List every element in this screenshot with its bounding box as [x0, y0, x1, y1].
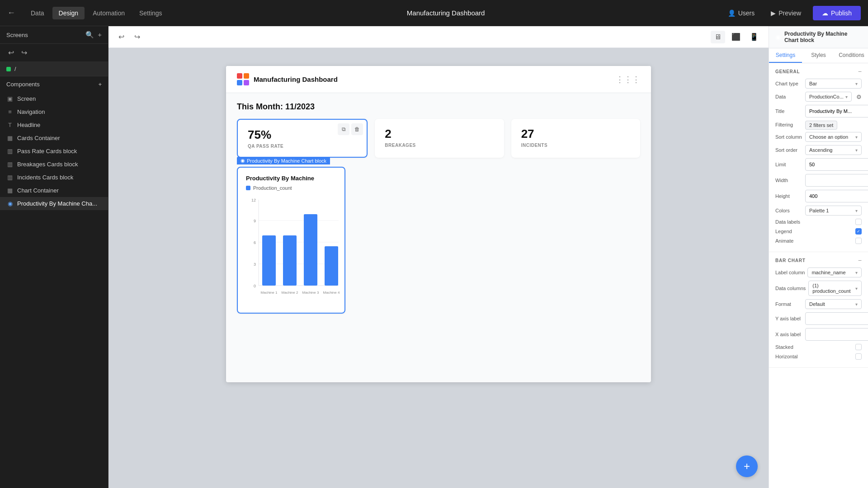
sort-column-label: Sort column	[775, 134, 802, 140]
tab-design[interactable]: Design	[52, 7, 85, 19]
incidents-value: 27	[521, 127, 630, 141]
canvas-redo-button[interactable]: ↪	[132, 31, 143, 43]
tab-data[interactable]: Data	[24, 7, 51, 19]
limit-input[interactable]	[806, 160, 868, 169]
format-dropdown[interactable]: Default ▾	[805, 299, 862, 309]
bar-chart-label: BAR CHART	[775, 258, 806, 263]
back-button[interactable]: ←	[7, 8, 15, 18]
component-item-cards-container[interactable]: ▦ Cards Container	[0, 131, 108, 145]
chart-type-label: Chart type	[775, 81, 802, 86]
data-dropdown[interactable]: ProductionCo... ▾	[805, 92, 852, 102]
y-axis-input[interactable]	[806, 314, 868, 323]
data-columns-control: (1) production_count ▾	[808, 281, 862, 296]
stat-card-pass-rate[interactable]: 75% QA PASS RATE ⧉ 🗑	[237, 119, 368, 158]
delete-card-button[interactable]: 🗑	[351, 123, 363, 135]
x-axis-control: ⚡	[805, 328, 868, 341]
add-screen-icon[interactable]: +	[98, 31, 102, 39]
component-item-headline[interactable]: T Headline	[0, 118, 108, 131]
component-item-navigation[interactable]: ≡ Navigation	[0, 105, 108, 118]
chart-legend: Production_count	[246, 185, 336, 191]
x-axis-input[interactable]	[806, 330, 868, 339]
chevron-down-icon: ▾	[855, 302, 858, 307]
limit-control: ▲▼	[805, 158, 868, 171]
users-button[interactable]: 👤 Users	[723, 7, 760, 19]
pass-rate-label: QA PASS RATE	[248, 144, 357, 149]
chart-title: Productivity By Machine	[246, 175, 336, 182]
component-item-screen[interactable]: ▣ Screen	[0, 92, 108, 105]
stat-card-incidents[interactable]: 27 INCIDENTS	[511, 119, 640, 158]
component-item-chart-container[interactable]: ▦ Chart Container	[0, 184, 108, 197]
sort-column-field: Sort column Choose an option ▾	[775, 132, 862, 142]
general-section-header: GENERAL −	[775, 68, 862, 75]
label-column-control: machine_name ▾	[807, 267, 862, 277]
chart-type-dropdown[interactable]: Bar ▾	[805, 79, 862, 89]
legend-label: Production_count	[253, 185, 292, 191]
fab-add-button[interactable]: +	[736, 455, 758, 477]
mobile-view-button[interactable]: 📱	[747, 31, 761, 43]
data-labels-label: Data labels	[775, 219, 802, 225]
grid-icon[interactable]: ⋮⋮⋮	[616, 75, 640, 84]
animate-label: Animate	[775, 238, 802, 244]
data-columns-dropdown[interactable]: (1) production_count ▾	[808, 281, 862, 296]
animate-checkbox[interactable]	[855, 238, 862, 244]
format-control: Default ▾	[805, 299, 862, 309]
stat-card-breakages[interactable]: 2 BREAKAGES	[375, 119, 504, 158]
data-field: Data ProductionCo... ▾ ⚙	[775, 92, 862, 102]
chart-card[interactable]: Productivity By Machine Production_count	[237, 167, 345, 314]
right-panel: ◉ Productivity By Machine Chart block Se…	[769, 26, 868, 488]
publish-button[interactable]: ☁ Publish	[813, 6, 861, 20]
canvas-undo-button[interactable]: ↩	[116, 31, 127, 43]
general-collapse-icon[interactable]: −	[858, 68, 862, 75]
data-settings-icon[interactable]: ⚙	[856, 94, 862, 100]
svg-rect-11	[283, 235, 297, 286]
left-sidebar: Screens 🔍 + ↩ ↪ / Components + ▣ Screen …	[0, 26, 108, 488]
format-label: Format	[775, 301, 802, 307]
redo-button[interactable]: ↪	[19, 47, 29, 58]
sort-order-dropdown[interactable]: Ascending ▾	[805, 145, 862, 155]
y-axis-input-group: ⚡	[805, 312, 868, 325]
width-input[interactable]	[806, 176, 868, 185]
tab-settings[interactable]: Settings	[769, 48, 802, 63]
bar-chart-collapse-icon[interactable]: −	[858, 257, 862, 264]
desktop-view-button[interactable]: 🖥	[711, 31, 725, 43]
limit-label: Limit	[775, 162, 802, 167]
y-axis-field: Y axis label ⚡	[775, 312, 862, 325]
chart-type-control: Bar ▾	[805, 79, 862, 89]
dashboard-title: Manufacturing Dashboard	[254, 75, 338, 83]
screen-item-root[interactable]: /	[0, 62, 108, 76]
sort-column-dropdown[interactable]: Choose an option ▾	[805, 132, 862, 142]
tab-automation[interactable]: Automation	[86, 7, 131, 19]
tab-settings[interactable]: Settings	[133, 7, 169, 19]
data-labels-checkbox[interactable]	[855, 219, 862, 225]
general-section: GENERAL − Chart type Bar ▾ Data Prod	[769, 63, 868, 252]
label-column-dropdown[interactable]: machine_name ▾	[807, 267, 862, 277]
colors-dropdown[interactable]: Palette 1 ▾	[805, 206, 862, 216]
component-item-incidents[interactable]: ▥ Incidents Cards block	[0, 171, 108, 184]
legend-checkbox[interactable]: ✓	[855, 228, 862, 235]
x-axis-input-group: ⚡	[805, 328, 868, 341]
component-item-pass-rate[interactable]: ▥ Pass Rate Cards block	[0, 145, 108, 158]
screens-label: Screens	[6, 32, 28, 38]
stacked-checkbox[interactable]	[855, 344, 862, 350]
search-icon[interactable]: 🔍	[85, 31, 94, 39]
height-input[interactable]	[806, 192, 868, 201]
tablet-view-button[interactable]: ⬛	[729, 31, 743, 43]
legend-field: Legend ✓	[775, 228, 862, 235]
add-component-icon[interactable]: +	[98, 81, 102, 88]
horizontal-checkbox[interactable]	[855, 353, 862, 360]
tab-conditions[interactable]: Conditions	[835, 48, 868, 63]
svg-text:3: 3	[254, 262, 256, 267]
format-field: Format Default ▾	[775, 299, 862, 309]
stacked-label: Stacked	[775, 344, 802, 350]
title-control: ⚡	[805, 105, 868, 117]
component-item-breakages[interactable]: ▥ Breakages Cards block	[0, 158, 108, 171]
title-input[interactable]	[806, 107, 868, 116]
stacked-field: Stacked	[775, 344, 862, 350]
screens-section-header: Screens 🔍 +	[0, 26, 108, 44]
tab-styles[interactable]: Styles	[802, 48, 835, 63]
component-item-productivity-chart[interactable]: ◉ Productivity By Machine Cha...	[0, 197, 108, 210]
filtering-badge[interactable]: 2 filters set	[805, 121, 837, 130]
preview-button[interactable]: ▶ Preview	[766, 7, 806, 19]
copy-card-button[interactable]: ⧉	[338, 123, 349, 135]
undo-button[interactable]: ↩	[6, 47, 16, 58]
